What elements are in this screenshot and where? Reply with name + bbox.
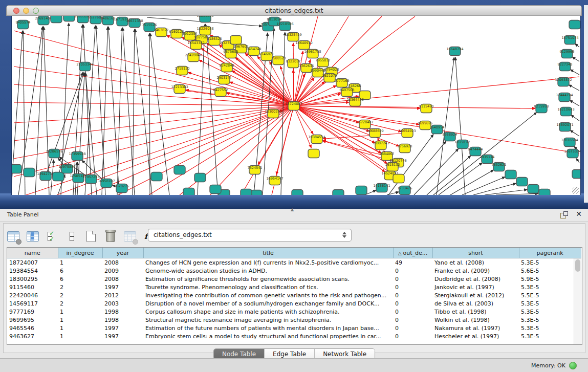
new-table-button[interactable] [84, 230, 98, 243]
table-cell[interactable]: 0 [393, 291, 432, 299]
column-header-out_de[interactable]: △out_de... [393, 248, 432, 258]
column-header-in_degree[interactable]: in_degree [58, 248, 102, 258]
network-node[interactable] [210, 185, 221, 194]
table-cell[interactable]: 0 [393, 308, 432, 316]
tab-network-table[interactable]: Network Table [315, 349, 375, 359]
table-cell[interactable]: 5.3E-5 [519, 332, 581, 340]
select-columns-button[interactable]: ✓✓ [46, 230, 59, 243]
table-selector[interactable]: citations_edges.txt [148, 229, 352, 242]
table-cell[interactable]: Wolkin et al. (1998) [432, 316, 519, 324]
table-cell[interactable]: 1 [58, 332, 102, 340]
column-header-pagerank[interactable]: pagerank [519, 248, 581, 258]
table-cell[interactable]: 1997 [102, 332, 143, 340]
table-cell[interactable]: Jankovic et al. (1997) [432, 283, 519, 291]
table-row[interactable]: 911546021997Tourette syndrome. Phenomeno… [7, 283, 581, 291]
delete-button[interactable] [104, 230, 117, 243]
table-cell[interactable]: 5.5E-5 [519, 291, 581, 299]
table-cell[interactable]: 0 [393, 299, 432, 308]
table-cell[interactable]: Nakamura et al. (1997) [432, 324, 519, 332]
table-vertical-scrollbar[interactable] [574, 258, 582, 344]
table-cell[interactable]: Stergiakouli et al. (2012) [432, 291, 519, 299]
network-node[interactable] [569, 20, 580, 29]
table-cell[interactable]: Hescheler et al. (1997) [432, 332, 519, 340]
attribute-table[interactable]: namein_degreeyeartitle△out_de...shortpag… [7, 248, 581, 340]
network-canvas[interactable]: 9405574276914061065328715276026486163167… [11, 16, 581, 195]
table-cell[interactable]: 0 [393, 324, 432, 332]
table-row[interactable]: 1938455462009Genome-wide association stu… [7, 267, 581, 275]
table-cell[interactable]: 49 [393, 258, 432, 267]
table-cell[interactable]: 9465546 [7, 324, 58, 332]
table-cell[interactable]: Genome-wide association studies in ADHD. [143, 267, 393, 275]
table-cell[interactable]: 0 [393, 275, 432, 283]
network-node[interactable] [174, 166, 185, 174]
table-cell[interactable]: 2 [58, 283, 102, 291]
table-cell[interactable]: 2009 [102, 267, 143, 275]
network-node[interactable] [356, 186, 367, 195]
table-cell[interactable]: 1 [58, 258, 102, 267]
close-panel-button[interactable]: ✕ [576, 210, 582, 218]
table-cell[interactable]: 5.3E-5 [519, 299, 581, 308]
scrollbar-thumb[interactable] [575, 259, 580, 272]
network-node[interactable] [393, 174, 404, 183]
table-cell[interactable]: Estimation of significance thresholds fo… [143, 275, 393, 283]
network-node[interactable] [505, 170, 516, 179]
network-node[interactable] [53, 172, 64, 181]
table-cell[interactable]: Dudbridge et al. (2008) [432, 275, 519, 283]
table-cell[interactable]: Embryonic stem cells: a model to study s… [143, 332, 393, 340]
network-node[interactable] [151, 172, 162, 181]
table-cell[interactable]: 2008 [102, 275, 143, 283]
network-node[interactable] [333, 190, 344, 195]
table-cell[interactable]: 1 [58, 324, 102, 332]
table-cell[interactable]: 1997 [102, 324, 143, 332]
table-row[interactable]: 2242004622012Investigating the contribut… [7, 291, 581, 299]
table-cell[interactable]: 1998 [102, 316, 143, 324]
table-cell[interactable]: 2008 [102, 258, 143, 267]
table-cell[interactable]: 1 [58, 316, 102, 324]
table-cell[interactable]: 2 [58, 291, 102, 299]
network-node[interactable] [572, 170, 580, 179]
table-cell[interactable]: 19384554 [7, 267, 58, 275]
network-node[interactable] [24, 168, 35, 177]
table-cell[interactable]: 14569117 [7, 299, 58, 308]
row-height-button[interactable] [65, 230, 78, 243]
column-header-year[interactable]: year [102, 248, 143, 258]
network-node[interactable] [292, 190, 303, 195]
window-titlebar[interactable]: citations_edges.txt [6, 5, 582, 16]
table-cell[interactable]: 9777169 [7, 308, 58, 316]
network-node[interactable] [539, 189, 550, 195]
network-node[interactable] [528, 185, 539, 193]
table-cell[interactable]: 6 [58, 267, 102, 275]
network-node[interactable] [230, 36, 242, 45]
column-header-title[interactable]: title [143, 248, 393, 258]
tab-edge-table[interactable]: Edge Table [265, 349, 315, 359]
table-row[interactable]: 969969511998Structural magnetic resonanc… [7, 316, 581, 324]
table-cell[interactable]: Estimation of the future numbers of pati… [143, 324, 393, 332]
column-header-name[interactable]: name [7, 248, 58, 258]
table-cell[interactable]: 0 [393, 332, 432, 340]
window-resize-grip[interactable] [572, 187, 579, 194]
table-row[interactable]: 977716911998Corpus callosum shape and si… [7, 308, 581, 316]
table-cell[interactable]: Changes of HCN gene expression and I(f) … [143, 258, 393, 267]
table-cell[interactable]: 9463627 [7, 332, 58, 340]
table-cell[interactable]: 22420046 [7, 291, 58, 299]
table-cell[interactable]: 5.3E-5 [519, 324, 581, 332]
table-cell[interactable]: 5.9E-5 [519, 275, 581, 283]
network-svg[interactable]: 9405574276914061065328715276026486163167… [12, 16, 580, 195]
table-row[interactable]: 1830029562008Estimation of significance … [7, 275, 581, 283]
column-header-short[interactable]: short [432, 248, 519, 258]
table-row[interactable]: 946362711997Embryonic stem cells: a mode… [7, 332, 581, 340]
float-panel-button[interactable] [560, 211, 568, 218]
table-cell[interactable]: 0 [393, 283, 432, 291]
table-cell[interactable]: Yano et al. (2008) [432, 258, 519, 267]
table-cell[interactable]: 0 [393, 267, 432, 275]
table-settings-button[interactable] [7, 230, 20, 243]
tab-node-table[interactable]: Node Table [214, 349, 265, 359]
table-cell[interactable]: 6 [58, 275, 102, 283]
table-cell[interactable]: 5.6E-5 [519, 267, 581, 275]
table-cell[interactable]: 9699695 [7, 316, 58, 324]
table-cell[interactable]: Tourette syndrome. Phenomenology and cla… [143, 283, 393, 291]
table-row[interactable]: 946554611997Estimation of the future num… [7, 324, 581, 332]
network-node[interactable] [63, 16, 75, 21]
network-node[interactable] [51, 16, 62, 23]
table-cell[interactable]: 5.3E-5 [519, 308, 581, 316]
